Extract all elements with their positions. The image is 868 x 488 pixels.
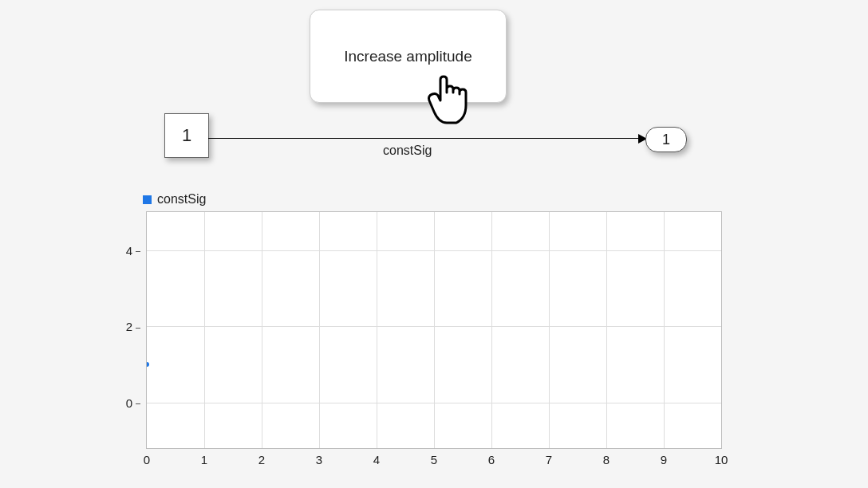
- increase-amplitude-label: Increase amplitude: [344, 48, 472, 65]
- x-tick-label: 7: [533, 453, 565, 466]
- gridline-v: [434, 212, 435, 448]
- gridline-h: [147, 403, 721, 403]
- gridline-v: [491, 212, 492, 448]
- chart-legend: constSig: [143, 192, 206, 207]
- x-tick-label: 4: [361, 453, 393, 466]
- x-tick-label: 5: [418, 453, 450, 466]
- signal-label: constSig: [383, 144, 432, 158]
- y-tick-label: 0: [108, 396, 140, 410]
- gridline-v: [664, 212, 665, 448]
- y-tick-label: 4: [108, 244, 140, 258]
- legend-series-name: constSig: [157, 192, 206, 207]
- gridline-v: [377, 212, 377, 448]
- y-tick-label: 2: [108, 320, 140, 333]
- data-point: [147, 362, 149, 367]
- gridline-v: [606, 212, 607, 448]
- constant-block[interactable]: 1: [164, 113, 209, 158]
- x-tick-label: 3: [303, 453, 335, 466]
- constant-block-value: 1: [182, 125, 191, 146]
- x-tick-label: 0: [131, 453, 163, 466]
- increase-amplitude-button[interactable]: Increase amplitude: [310, 10, 507, 103]
- gridline-v: [319, 212, 320, 448]
- gridline-v: [204, 212, 205, 448]
- x-tick-label: 9: [648, 453, 680, 466]
- gridline-v: [262, 212, 262, 448]
- chart-area[interactable]: 012345678910024: [146, 211, 722, 449]
- x-tick-label: 2: [246, 453, 278, 466]
- gridline-v: [549, 212, 550, 448]
- outport-block[interactable]: 1: [645, 127, 687, 152]
- legend-swatch-icon: [143, 195, 152, 204]
- signal-line[interactable]: [208, 138, 643, 139]
- gridline-h: [147, 250, 721, 251]
- x-tick-label: 1: [188, 453, 220, 466]
- x-tick-label: 6: [475, 453, 507, 466]
- x-tick-label: 8: [590, 453, 622, 466]
- x-tick-label: 10: [705, 453, 737, 466]
- gridline-h: [147, 326, 721, 327]
- outport-label: 1: [662, 132, 670, 148]
